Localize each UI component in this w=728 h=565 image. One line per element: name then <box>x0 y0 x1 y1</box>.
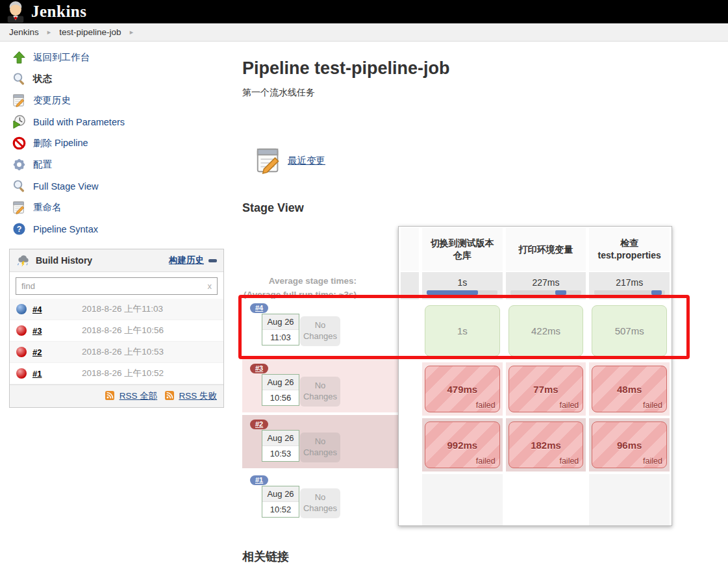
no-changes-label: No Changes <box>300 433 340 462</box>
build-history-row: #3 2018-8-26 上午10:56 <box>10 320 223 342</box>
stage-cell[interactable]: 48msfailed <box>592 366 667 412</box>
build-date-box[interactable]: Aug 26 10:56 <box>262 374 299 406</box>
related-links-heading: 相关链接 <box>242 549 289 564</box>
run-caption-row: #4 Aug 26 11:03 No Changes <box>242 299 398 357</box>
run-caption-row: #3 Aug 26 10:56 No Changes <box>242 359 398 412</box>
build-history-search: x <box>10 272 223 299</box>
sidebar-item-status[interactable]: 状态 <box>0 68 234 90</box>
rss-all-link[interactable]: RSS 全部 <box>119 391 158 401</box>
stage-progress-bar <box>510 290 581 295</box>
build-date-box[interactable]: Aug 26 10:52 <box>262 486 299 518</box>
gear-icon <box>12 157 27 172</box>
forbidden-icon <box>12 136 27 151</box>
build-link[interactable]: #1 <box>32 369 55 379</box>
breadcrumb-separator-icon: ▸ <box>130 28 134 36</box>
stage-view: Average stage times: (Average full run t… <box>242 226 673 529</box>
build-badge[interactable]: #1 <box>250 475 268 485</box>
no-changes-label: No Changes <box>300 377 340 407</box>
build-history-row: #4 2018-8-26 上午11:03 <box>10 299 223 320</box>
stage-cell-failed-label: failed <box>643 457 662 466</box>
build-status-ball-failed-icon[interactable] <box>16 347 27 357</box>
build-date: 2018-8-26 上午11:03 <box>82 303 163 315</box>
stage-cell[interactable]: 507ms <box>592 305 667 357</box>
stage-cell-empty <box>422 474 503 525</box>
jenkins-logo-text[interactable]: Jenkins <box>31 3 86 21</box>
build-link[interactable]: #2 <box>32 347 55 357</box>
stage-cell[interactable]: 182msfailed <box>508 421 584 468</box>
sidebar-item-build-with-parameters[interactable]: Build with Parameters <box>0 111 234 132</box>
build-badge[interactable]: #2 <box>250 420 268 429</box>
stage-cell-failed-label: failed <box>643 401 662 410</box>
no-changes-label: No Changes <box>300 488 340 518</box>
build-status-ball-running-icon[interactable] <box>16 304 27 314</box>
build-link[interactable]: #4 <box>32 305 55 314</box>
search-icon <box>12 179 27 194</box>
stage-cell-failed-label: failed <box>559 457 579 466</box>
notepad-icon <box>12 200 27 215</box>
run-caption-row: #2 Aug 26 10:53 No Changes <box>242 415 398 468</box>
rss-icon <box>105 391 114 400</box>
stage-cell[interactable]: 96msfailed <box>592 421 667 468</box>
build-history-header: Build History 构建历史 <box>10 249 223 272</box>
top-bar: Jenkins <box>0 0 728 23</box>
run-cells-row: 479msfailed 77msfailed 48msfailed <box>401 362 670 416</box>
jenkins-butler-icon[interactable] <box>5 1 26 23</box>
stage-cell[interactable]: 77msfailed <box>508 366 584 412</box>
main-content: Pipeline test-pipeline-job 第一个流水线任务 最近变更… <box>242 42 728 565</box>
run-caption-row: #1 Aug 26 10:52 No Changes <box>242 471 398 522</box>
help-icon: ? <box>12 221 27 236</box>
build-link[interactable]: #3 <box>32 326 55 336</box>
build-badge[interactable]: #3 <box>250 364 268 373</box>
build-history-panel: Build History 构建历史 x #4 2018-8-26 上午11:0… <box>9 249 224 408</box>
stage-average-row: 1s 227ms 217ms <box>401 272 670 299</box>
sidebar-item-changes[interactable]: 变更历史 <box>0 90 234 111</box>
stage-cell[interactable]: 1s <box>425 305 500 357</box>
stage-cell[interactable]: 422ms <box>508 305 584 357</box>
recent-changes-link[interactable]: 最近变更 <box>288 155 325 167</box>
collapse-icon[interactable] <box>208 259 217 262</box>
run-cells-row: 992msfailed 182msfailed 96msfailed <box>401 418 670 471</box>
sidebar-item-configure[interactable]: 配置 <box>0 154 234 175</box>
job-description: 第一个流水线任务 <box>242 87 315 99</box>
breadcrumb: Jenkins ▸ test-pipeline-job ▸ <box>0 23 728 42</box>
sidebar-item-delete-pipeline[interactable]: 删除 Pipeline <box>0 132 234 154</box>
stage-header: 检查 test.properties <box>589 228 670 271</box>
breadcrumb-item-jenkins[interactable]: Jenkins <box>9 27 39 37</box>
build-date-box[interactable]: Aug 26 10:53 <box>262 430 299 462</box>
recent-changes-notepad-icon <box>254 145 284 175</box>
stage-progress-bar <box>427 290 497 295</box>
build-status-ball-failed-icon[interactable] <box>16 368 27 379</box>
stage-view-heading: Stage View <box>242 201 304 215</box>
stage-cell[interactable]: 479msfailed <box>425 366 500 412</box>
sidebar-item-back-to-dashboard[interactable]: 返回到工作台 <box>0 47 234 68</box>
stage-header: 打印环境变量 <box>506 228 586 271</box>
page-title: Pipeline test-pipeline-job <box>242 58 450 79</box>
build-history-row: #2 2018-8-26 上午10:53 <box>10 342 223 363</box>
stage-progress-bar <box>594 290 665 295</box>
stage-header: 切换到测试版本仓库 <box>422 228 503 271</box>
build-history-row: #1 2018-8-26 上午10:52 <box>10 363 223 384</box>
no-changes-label: No Changes <box>300 316 340 346</box>
rss-failed-link[interactable]: RSS 失败 <box>179 391 217 401</box>
svg-text:?: ? <box>17 225 22 234</box>
up-arrow-icon <box>12 50 27 65</box>
sidebar-item-rename[interactable]: 重命名 <box>0 197 234 218</box>
breadcrumb-item-job[interactable]: test-pipeline-job <box>59 27 121 37</box>
rss-icon <box>165 391 174 400</box>
sidebar-item-full-stage-view[interactable]: Full Stage View <box>0 175 234 197</box>
breadcrumb-separator-icon: ▸ <box>47 28 51 36</box>
stage-avg-time: 217ms <box>589 272 670 299</box>
build-date-box[interactable]: Aug 26 11:03 <box>262 314 299 345</box>
build-badge[interactable]: #4 <box>250 303 268 313</box>
avg-stage-times-label: Average stage times: (Average full run t… <box>242 274 398 301</box>
clear-search-icon[interactable]: x <box>208 281 212 291</box>
sidebar-item-pipeline-syntax[interactable]: ? Pipeline Syntax <box>0 218 234 240</box>
jenkins-page: Jenkins Jenkins ▸ test-pipeline-job ▸ 返回… <box>0 0 728 565</box>
recent-changes: 最近变更 <box>254 145 325 175</box>
build-history-title: Build History <box>36 255 92 266</box>
build-status-ball-failed-icon[interactable] <box>16 325 27 336</box>
stage-cell[interactable]: 992msfailed <box>425 421 500 468</box>
stage-cell-empty <box>589 474 670 525</box>
build-history-trend-link[interactable]: 构建历史 <box>169 255 204 266</box>
build-search-input[interactable] <box>16 277 218 295</box>
